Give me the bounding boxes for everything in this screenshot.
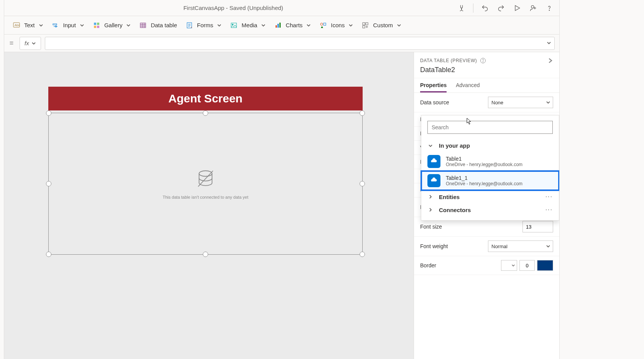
section-entities[interactable]: Entities ··· <box>421 190 559 203</box>
ribbon-charts[interactable]: Charts <box>274 21 311 29</box>
ribbon-custom[interactable]: Custom <box>361 21 401 29</box>
resize-handle[interactable] <box>46 110 51 116</box>
more-icon[interactable]: ··· <box>545 193 553 200</box>
font-size-input[interactable] <box>522 221 553 232</box>
prop-font-weight: Font weight Normal <box>414 237 559 256</box>
svg-text:Abc: Abc <box>15 23 20 27</box>
svg-rect-21 <box>363 26 365 28</box>
svg-rect-19 <box>363 23 365 25</box>
expand-formula-icon[interactable] <box>547 40 551 46</box>
media-icon <box>230 21 238 29</box>
collapse-props-icon[interactable] <box>547 58 553 64</box>
data-source-flyout: In your app Table1 OneDrive - henry.legg… <box>421 115 559 221</box>
canvas-area[interactable]: Agent Screen This data table isn't conne… <box>4 52 414 359</box>
equals-icon: = <box>9 39 14 47</box>
ribbon-forms-label: Forms <box>197 22 214 28</box>
border-style-select[interactable] <box>501 260 517 271</box>
text-icon: Abc <box>13 21 20 29</box>
search-input[interactable] <box>427 121 553 134</box>
empty-message: This data table isn't connected to any d… <box>163 195 248 199</box>
share-icon[interactable] <box>529 3 538 13</box>
svg-rect-9 <box>97 26 99 28</box>
resize-handle[interactable] <box>360 181 365 186</box>
ribbon-datatable[interactable]: Data table <box>139 21 177 29</box>
ribbon-gallery-label: Gallery <box>104 22 123 28</box>
svg-rect-15 <box>278 24 279 28</box>
svg-rect-16 <box>279 23 281 28</box>
ribbon-icons-label: Icons <box>331 22 345 28</box>
formula-bar: = fx <box>4 35 559 52</box>
datasource-item-table1[interactable]: Table1 OneDrive - henry.legge@outlook.co… <box>421 152 559 171</box>
undo-icon[interactable] <box>480 3 490 13</box>
resize-handle[interactable] <box>203 252 208 257</box>
svg-point-13 <box>232 24 233 25</box>
resize-handle[interactable] <box>360 252 365 257</box>
properties-pane: DATA TABLE (PREVIEW) DataTable2 Properti… <box>414 52 559 359</box>
prop-label: Data source <box>420 99 449 105</box>
ribbon-text[interactable]: Abc Text <box>13 21 43 29</box>
play-icon[interactable] <box>513 3 522 13</box>
tab-advanced[interactable]: Advanced <box>456 78 480 92</box>
svg-rect-4 <box>53 24 57 25</box>
section-in-your-app[interactable]: In your app <box>421 139 559 152</box>
border-color-swatch[interactable] <box>537 260 553 271</box>
resize-handle[interactable] <box>46 181 51 186</box>
ribbon-forms[interactable]: Forms <box>186 21 222 29</box>
svg-rect-10 <box>140 23 146 28</box>
gallery-icon <box>93 21 100 29</box>
font-weight-select[interactable]: Normal <box>488 240 553 252</box>
svg-rect-6 <box>94 23 96 25</box>
redo-icon[interactable] <box>496 3 506 13</box>
ribbon-media[interactable]: Media <box>230 21 266 29</box>
svg-rect-14 <box>276 25 277 28</box>
charts-icon <box>274 21 282 29</box>
svg-rect-18 <box>324 23 326 25</box>
app-checker-icon[interactable] <box>457 3 466 13</box>
ribbon-input[interactable]: Input <box>52 21 84 29</box>
ribbon-gallery[interactable]: Gallery <box>93 21 131 29</box>
ribbon-charts-label: Charts <box>286 22 302 28</box>
forms-icon <box>186 21 193 29</box>
empty-state: This data table isn't connected to any d… <box>163 168 248 199</box>
resize-handle[interactable] <box>46 252 51 257</box>
ribbon-text-label: Text <box>24 22 35 28</box>
svg-point-17 <box>320 23 323 25</box>
data-source-select[interactable]: None <box>488 97 553 108</box>
resize-handle[interactable] <box>203 110 208 116</box>
resize-handle[interactable] <box>360 110 365 116</box>
svg-point-1 <box>549 10 549 10</box>
prop-border: Border <box>414 256 559 275</box>
props-header-label: DATA TABLE (PREVIEW) <box>420 58 477 63</box>
icons-icon <box>319 21 327 29</box>
svg-point-0 <box>531 5 534 8</box>
datatable-icon <box>139 21 147 29</box>
onedrive-icon <box>427 174 440 187</box>
fx-label: fx <box>25 40 29 46</box>
prop-data-source: Data source None <box>414 93 559 112</box>
title-bar: FirstCanvasApp - Saved (Unpublished) <box>4 0 559 16</box>
svg-rect-7 <box>97 23 99 25</box>
data-source-value: None <box>491 100 503 105</box>
svg-rect-8 <box>94 26 96 28</box>
help-icon[interactable] <box>545 3 554 13</box>
insert-ribbon: Abc Text Input Gallery Data table Forms … <box>4 16 559 35</box>
input-icon <box>52 21 59 29</box>
ribbon-input-label: Input <box>63 22 76 28</box>
section-connectors[interactable]: Connectors ··· <box>421 203 559 216</box>
more-icon[interactable]: ··· <box>545 206 553 213</box>
property-selector[interactable]: fx <box>20 37 41 50</box>
screen-header: Agent Screen <box>48 87 363 110</box>
formula-input[interactable] <box>45 37 555 50</box>
ribbon-datatable-label: Data table <box>151 22 177 28</box>
tab-properties[interactable]: Properties <box>420 78 447 92</box>
datasource-item-table1-1[interactable]: Table1_1 OneDrive - henry.legge@outlook.… <box>421 171 559 190</box>
help-circle-icon[interactable] <box>480 58 486 64</box>
onedrive-icon <box>427 155 440 168</box>
ribbon-custom-label: Custom <box>373 22 393 28</box>
svg-rect-20 <box>366 23 368 25</box>
data-table-control[interactable]: This data table isn't connected to any d… <box>48 113 363 255</box>
svg-point-25 <box>483 62 483 62</box>
border-width-input[interactable] <box>519 260 535 271</box>
ribbon-media-label: Media <box>242 22 257 28</box>
ribbon-icons[interactable]: Icons <box>319 21 353 29</box>
